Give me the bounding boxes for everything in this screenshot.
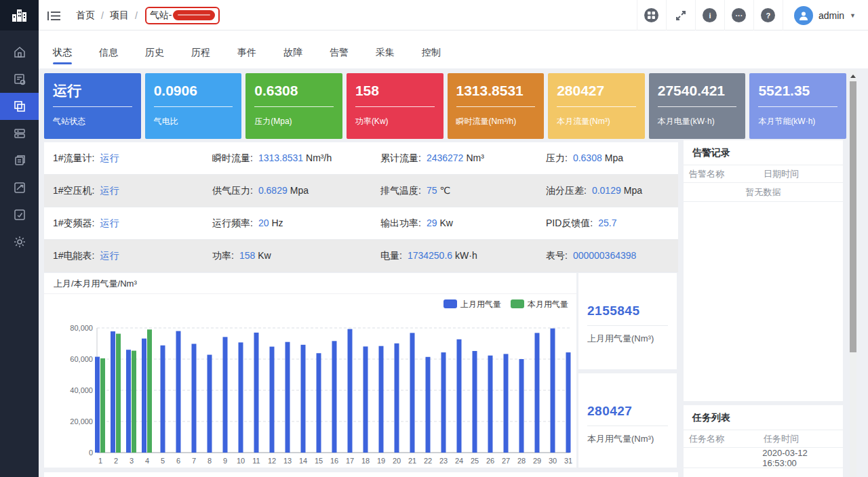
field-value: 20	[258, 217, 269, 228]
stat-card[interactable]: 运行气站状态	[44, 73, 141, 139]
sidebar-item-report-config[interactable]	[0, 66, 39, 93]
sidebar-item-trend-analysis[interactable]	[0, 174, 39, 201]
breadcrumb-home[interactable]: 首页	[76, 9, 95, 22]
field-label: 电量:	[380, 250, 402, 261]
field-value: 0.0129	[592, 185, 621, 196]
stat-label: 本月节能(kW·h)	[758, 116, 837, 127]
sidebar-item-inspection[interactable]	[0, 201, 39, 228]
legend-swatch-green	[511, 299, 524, 308]
tab-2[interactable]: 信息	[99, 47, 118, 68]
field-unit: Kw	[439, 217, 452, 228]
alarm-records-panel: 告警记录 告警名称 日期时间 暂无数据	[684, 140, 843, 401]
field-label: 瞬时流量:	[212, 152, 253, 163]
this-month-usage-label: 本月用气量(Nm³)	[587, 433, 668, 445]
chevron-down-icon: ▼	[850, 12, 856, 19]
last-month-usage-label: 上月用气量(Nm³)	[587, 333, 668, 345]
device-row: 1#变频器:运行运行频率:20Hz输出功率:29KwPID反馈值:25.7	[44, 207, 678, 240]
tab-9[interactable]: 控制	[422, 47, 441, 68]
stat-card[interactable]: 27540.421本月电量(kW·h)	[649, 73, 746, 139]
legend-this-month[interactable]: 本月用气量	[511, 299, 568, 310]
field-value: 2436272	[427, 152, 464, 163]
stat-card[interactable]: 0.0906气电比	[145, 73, 242, 139]
top-bar: 首页 / 项目 / 气站- i ··· ? admin	[0, 0, 868, 30]
breadcrumb-station-redacted[interactable]: 气站-	[145, 7, 220, 24]
tab-7[interactable]: 告警	[330, 47, 349, 68]
sidebar-item-documents[interactable]	[0, 147, 39, 174]
check-square-icon	[13, 208, 26, 222]
stat-card[interactable]: 0.6308压力(Mpa)	[245, 73, 342, 139]
tab-bar: 状态信息历史历程事件故障告警采集控制	[39, 30, 868, 68]
stat-value: 1313.8531	[456, 82, 536, 100]
this-month-usage-card: 280427 本月用气量(Nm³)	[578, 373, 677, 468]
sidebar-item-settings[interactable]	[0, 228, 39, 255]
tab-5[interactable]: 事件	[237, 47, 256, 68]
apps-icon[interactable]	[637, 0, 666, 30]
device-status[interactable]: 运行	[100, 152, 119, 163]
collapse-menu-icon[interactable]	[46, 7, 62, 24]
svg-text:23: 23	[439, 457, 448, 465]
field-value: 75	[427, 185, 437, 196]
stat-label: 本月流量(Nm³)	[557, 116, 636, 127]
svg-text:14: 14	[299, 457, 307, 465]
info-icon[interactable]: i	[695, 0, 724, 30]
field-value: 0.6829	[258, 185, 288, 196]
stat-card[interactable]: 158功率(Kw)	[347, 73, 443, 139]
field-label: 功率:	[212, 250, 234, 261]
field-label: 累计流量:	[380, 152, 421, 163]
svg-text:26: 26	[486, 457, 494, 465]
stat-card[interactable]: 5521.35本月节能(kW·h)	[749, 73, 846, 139]
tab-3[interactable]: 历史	[145, 47, 164, 68]
svg-text:0: 0	[89, 449, 93, 457]
usage-chart-panel: 上月/本月用气量/Nm³ 020,00040,00060,00080,00012…	[44, 273, 576, 468]
device-status[interactable]: 运行	[100, 250, 119, 261]
svg-text:2: 2	[114, 457, 118, 465]
stat-label: 功率(Kw)	[355, 116, 435, 127]
chart-body: 020,00040,00060,00080,000123456789101112…	[44, 294, 576, 468]
help-icon[interactable]: ?	[753, 0, 783, 30]
scrollbar-up-arrow[interactable]	[850, 72, 856, 79]
user-menu[interactable]: admin ▼	[783, 0, 861, 30]
sidebar-item-monitor-screens[interactable]	[0, 93, 39, 120]
stat-value: 0.0906	[154, 82, 233, 100]
task-row[interactable]: 2020-03-12 16:53:00	[684, 448, 843, 468]
app-logo[interactable]	[0, 0, 39, 30]
tab-4[interactable]: 历程	[191, 47, 210, 68]
tab-1[interactable]: 状态	[53, 47, 72, 68]
svg-text:25: 25	[471, 457, 479, 465]
message-icon[interactable]: ···	[724, 0, 753, 30]
task-list-panel: 任务列表 任务名称 任务时间 2020-03-12 16:53:00	[684, 405, 843, 477]
breadcrumb-project[interactable]: 项目	[110, 9, 129, 22]
station-prefix: 气站-	[150, 9, 172, 22]
svg-text:9: 9	[223, 457, 227, 465]
field-value: 1734250.6	[408, 250, 452, 261]
stat-card[interactable]: 1313.8531瞬时流量(Nm³/h)	[448, 73, 545, 139]
stat-card[interactable]: 280427本月流量(Nm³)	[548, 73, 645, 139]
usage-chart[interactable]: 020,00040,00060,00080,000123456789101112…	[44, 294, 576, 468]
task-col-name: 任务名称	[684, 433, 764, 445]
tab-8[interactable]: 采集	[376, 47, 395, 68]
svg-text:28: 28	[517, 457, 526, 465]
field-label: 排气温度:	[380, 185, 421, 196]
breadcrumb: 首页 / 项目 / 气站-	[76, 0, 220, 30]
last-month-usage-card: 2155845 上月用气量(Nm³)	[578, 273, 677, 369]
tab-6[interactable]: 故障	[283, 47, 302, 68]
field-value: 158	[239, 250, 255, 261]
legend-last-month[interactable]: 上月用气量	[443, 299, 501, 310]
svg-text:15: 15	[315, 457, 323, 465]
field-value: 25.7	[598, 217, 616, 228]
stat-label: 气站状态	[53, 116, 132, 127]
svg-text:80,000: 80,000	[70, 324, 93, 332]
svg-text:20,000: 20,000	[70, 417, 93, 426]
sidebar-item-home[interactable]	[0, 39, 39, 66]
svg-text:40,000: 40,000	[70, 386, 93, 394]
device-status[interactable]: 运行	[100, 217, 119, 228]
sidebar-item-device-list[interactable]	[0, 120, 39, 147]
device-status[interactable]: 运行	[100, 185, 119, 196]
fullscreen-icon[interactable]	[666, 0, 695, 30]
device-name: 1#变频器:	[53, 217, 94, 228]
device-status-table: 1#流量计:运行瞬时流量:1313.8531Nm³/h累计流量:2436272N…	[44, 142, 678, 272]
stat-label: 压力(Mpa)	[254, 116, 334, 127]
scrollbar-thumb[interactable]	[850, 81, 856, 352]
svg-text:16: 16	[330, 457, 338, 465]
vertical-scrollbar[interactable]	[850, 70, 856, 477]
